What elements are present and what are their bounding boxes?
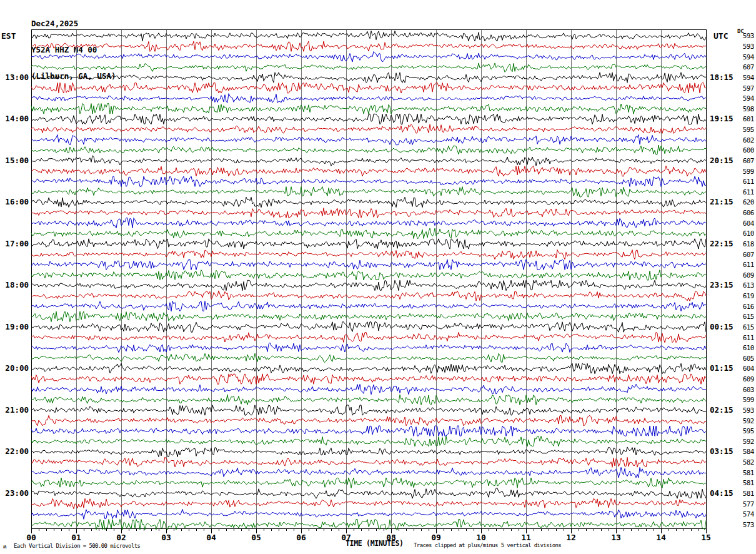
seismogram-trace-green <box>31 145 706 154</box>
seismogram-trace-green <box>31 478 706 488</box>
seismogram-trace-green <box>31 187 706 197</box>
est-hour-label: 14:00 <box>0 114 29 123</box>
seismogram-trace-green <box>31 311 706 321</box>
dc-value: 599 <box>731 168 754 176</box>
seismogram-trace-black <box>31 239 706 249</box>
seismogram-trace-red <box>31 332 706 342</box>
seismogram-trace-red <box>31 41 706 51</box>
seismogram-trace-red <box>31 249 706 259</box>
seismogram-trace-green <box>31 228 706 238</box>
seismogram-trace-black <box>31 31 706 41</box>
seismogram-trace-blue <box>31 135 706 145</box>
seismogram-trace-blue <box>31 259 706 269</box>
dc-value: 615 <box>731 323 754 331</box>
dc-value: 595 <box>731 126 754 134</box>
dc-value: 607 <box>731 157 754 165</box>
dc-value: 595 <box>731 427 754 435</box>
est-hour-label: 22:00 <box>0 446 29 456</box>
dc-value: 616 <box>731 303 754 311</box>
minute-label: 01 <box>67 533 86 543</box>
dc-value: 609 <box>731 375 754 383</box>
dc-value: 584 <box>731 448 754 456</box>
seismogram-trace-green <box>31 270 706 280</box>
seismogram-trace-black <box>31 114 706 124</box>
dc-value: 593 <box>731 406 754 415</box>
seismogram-trace-green <box>31 353 706 362</box>
dc-value: 599 <box>731 396 754 404</box>
minute-label: 00 <box>22 533 41 543</box>
scale-note: Each Vertical Division = 500.00 microvol… <box>14 543 140 549</box>
dc-value: 581 <box>731 469 754 477</box>
minute-label: 12 <box>562 533 580 543</box>
dc-value: 581 <box>731 490 754 498</box>
dc-value: 611 <box>731 261 754 269</box>
est-hour-label: 18:00 <box>0 280 29 290</box>
seismogram-trace-blue <box>31 301 706 311</box>
dc-value: 615 <box>731 313 754 321</box>
dc-value: 597 <box>731 84 754 93</box>
plot-border <box>31 29 706 528</box>
dc-value: 594 <box>731 74 754 82</box>
est-hour-label: 15:00 <box>0 156 29 165</box>
dc-value: 604 <box>731 365 754 373</box>
dc-value: 602 <box>731 136 754 144</box>
dc-value: 620 <box>731 198 754 206</box>
dc-value: 594 <box>731 53 754 61</box>
dc-value: 619 <box>731 292 754 300</box>
seismogram-trace-green <box>31 436 706 446</box>
dc-value: 604 <box>731 219 754 228</box>
dc-value: 611 <box>731 188 754 196</box>
dc-value: 593 <box>731 43 754 51</box>
seismogram-trace-red <box>31 208 706 218</box>
dc-value: 618 <box>731 240 754 248</box>
seismogram-trace-green <box>31 104 706 114</box>
minute-label: 05 <box>247 533 266 543</box>
seismogram-trace-black <box>31 197 706 207</box>
seismogram-trace-black <box>31 447 706 457</box>
est-hour-label: 17:00 <box>0 239 29 248</box>
x-axis-title: TIME (MINUTES) <box>346 539 404 548</box>
clip-note: Traces clipped at plus/minus 5 vertical … <box>414 542 561 548</box>
dc-value: 573 <box>731 521 754 529</box>
dc-value: 592 <box>731 438 754 446</box>
seismogram-trace-red <box>31 498 706 508</box>
dc-value: 582 <box>731 458 754 466</box>
minute-label: 02 <box>112 533 131 543</box>
minute-label: 06 <box>292 533 311 543</box>
seismogram-trace-black <box>31 73 706 83</box>
est-hour-label: 23:00 <box>0 488 29 498</box>
minute-label: 11 <box>517 533 535 543</box>
seismogram-trace-blue <box>31 510 706 520</box>
seismogram-trace-blue <box>31 468 706 478</box>
dc-value: 574 <box>731 510 754 518</box>
seismogram-trace-blue <box>31 176 706 186</box>
dc-value: 592 <box>731 417 754 425</box>
dc-value: 609 <box>731 271 754 280</box>
dc-value: 606 <box>731 209 754 217</box>
seismogram-trace-black <box>31 322 706 332</box>
seismogram-trace-red <box>31 457 706 467</box>
seismogram-trace-red <box>31 415 706 425</box>
dc-value: 611 <box>731 178 754 186</box>
est-hour-label: 20:00 <box>0 363 29 373</box>
dc-value: 598 <box>731 105 754 113</box>
dc-value: 613 <box>731 281 754 290</box>
minute-label: 04 <box>202 533 221 543</box>
seismogram-trace-red <box>31 374 706 384</box>
seismogram-trace-green <box>31 395 706 405</box>
minute-label: 03 <box>157 533 176 543</box>
seismogram-trace-green <box>31 63 706 73</box>
seismogram-trace-black <box>31 156 706 166</box>
seismogram-trace-blue <box>31 52 706 62</box>
helicorder-page: Dec24,2025 Y52A HHZ N4 00 (Lilburn, GA, … <box>0 0 756 554</box>
seismogram-trace-red <box>31 291 706 301</box>
dc-value: 605 <box>731 355 754 363</box>
dc-value: 601 <box>731 115 754 123</box>
seismogram-trace-red <box>31 124 706 133</box>
dc-value: 611 <box>731 334 754 342</box>
seismogram-trace-red <box>31 83 706 93</box>
minute-label: 15 <box>697 533 715 543</box>
dc-value: 581 <box>731 479 754 487</box>
seismogram-trace-black <box>31 488 706 498</box>
seismogram-trace-blue <box>31 426 706 436</box>
